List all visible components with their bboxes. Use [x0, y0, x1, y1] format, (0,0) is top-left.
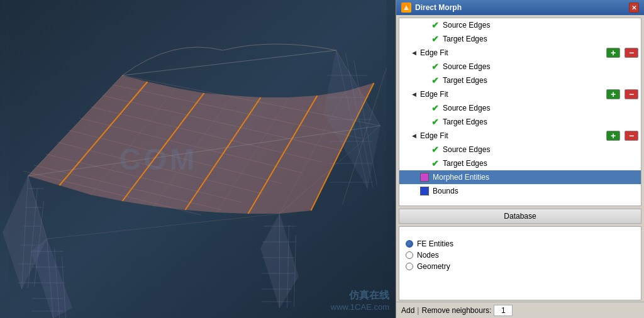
label-tgt4: Target Edges	[443, 159, 487, 168]
check-tgt3: ✔	[430, 117, 440, 127]
radio-nodes-label: Nodes	[417, 251, 439, 260]
tree-row-tgt2[interactable]: ✔ Target Edges	[399, 74, 641, 87]
edge4-remove-button[interactable]: −	[625, 131, 638, 141]
tree-row-morphed[interactable]: Morphed Entities	[399, 170, 641, 184]
edge3-remove-button[interactable]: −	[625, 89, 638, 99]
content-area: FE Entities Nodes Geometry	[399, 226, 641, 300]
title-bar: Direct Morph ✕	[396, 0, 644, 15]
label-bounds: Bounds	[433, 187, 458, 195]
radio-geometry[interactable]: Geometry	[406, 262, 635, 271]
label-tgt1: Target Edges	[443, 35, 487, 43]
radio-fe-label: FE Entities	[417, 239, 453, 248]
tree-row-src2[interactable]: ✔ Source Edges	[399, 60, 641, 74]
check-tgt4: ✔	[430, 158, 440, 168]
label-morphed: Morphed Entities	[433, 173, 489, 182]
radio-fe-circle	[406, 240, 413, 248]
separator: |	[417, 306, 419, 315]
tree-row-bounds[interactable]: Bounds	[399, 184, 641, 198]
bottom-bar: Add | Remove neighbours:	[396, 302, 644, 318]
tree-row-edge2[interactable]: ◀ Edge Fit + −	[399, 46, 641, 60]
label-src4: Source Edges	[443, 145, 490, 154]
dialog-icon	[401, 3, 411, 13]
tree-row-src4[interactable]: ✔ Source Edges	[399, 143, 641, 156]
label-edge4: Edge Fit	[420, 131, 448, 140]
dialog-title: Direct Morph	[415, 3, 462, 12]
tree-arrow-edge2: ◀	[412, 50, 418, 56]
check-tgt2: ✔	[430, 75, 440, 85]
tree-row-tgt3[interactable]: ✔ Target Edges	[399, 115, 641, 129]
edge2-add-button[interactable]: +	[606, 48, 620, 58]
tree-arrow-edge3: ◀	[412, 91, 418, 97]
color-bounds	[420, 187, 429, 195]
edge2-buttons: + −	[604, 48, 638, 58]
label-tgt3: Target Edges	[443, 118, 487, 126]
radio-group: FE Entities Nodes Geometry	[406, 239, 635, 271]
edge4-add-button[interactable]: +	[606, 131, 620, 141]
tree-arrow-edge4: ◀	[412, 133, 418, 139]
label-tgt2: Target Edges	[443, 76, 487, 85]
tree-row-src3[interactable]: ✔ Source Edges	[399, 101, 641, 115]
database-section: Database	[399, 209, 641, 224]
edge3-add-button[interactable]: +	[606, 89, 620, 99]
label-edge2: Edge Fit	[420, 48, 448, 57]
color-morphed	[420, 173, 429, 182]
tree-row-tgt4[interactable]: ✔ Target Edges	[399, 156, 641, 170]
remove-label: Remove neighbours:	[421, 306, 491, 315]
viewport: COM 仿真在线 www.1CAE.com	[0, 0, 396, 318]
main-container: COM 仿真在线 www.1CAE.com Direct Morph ✕	[0, 0, 644, 318]
check-src2: ✔	[430, 62, 440, 72]
check-src3: ✔	[430, 103, 440, 113]
radio-geometry-label: Geometry	[417, 262, 450, 271]
label-src2: Source Edges	[443, 62, 490, 71]
tree-row-src1[interactable]: ✔ Source Edges	[399, 18, 641, 32]
neighbours-input[interactable]	[494, 305, 513, 316]
tree-row-tgt1[interactable]: ✔ Target Edges	[399, 32, 641, 46]
radio-fe-entities[interactable]: FE Entities	[406, 239, 635, 248]
radio-nodes-circle	[406, 251, 413, 259]
check-src4: ✔	[430, 145, 440, 155]
mesh-visualization	[0, 0, 396, 318]
check-tgt1: ✔	[430, 34, 440, 44]
title-bar-left: Direct Morph	[401, 3, 462, 13]
radio-nodes[interactable]: Nodes	[406, 251, 635, 260]
edge3-buttons: + −	[604, 89, 638, 99]
database-button[interactable]: Database	[399, 209, 641, 224]
radio-geometry-circle	[406, 263, 413, 270]
close-button[interactable]: ✕	[629, 3, 639, 13]
label-src3: Source Edges	[443, 104, 490, 112]
add-label: Add	[401, 306, 414, 315]
tree-row-edge3[interactable]: ◀ Edge Fit + −	[399, 87, 641, 101]
dialog-panel: Direct Morph ✕ ✔ Source Edges ✔ Target E…	[396, 0, 644, 318]
tree-row-edge4[interactable]: ◀ Edge Fit + −	[399, 129, 641, 143]
tree-area[interactable]: ✔ Source Edges ✔ Target Edges ◀ Edge Fit…	[399, 18, 641, 206]
edge4-buttons: + −	[604, 131, 638, 141]
label-src1: Source Edges	[443, 21, 490, 30]
label-edge3: Edge Fit	[420, 90, 448, 99]
edge2-remove-button[interactable]: −	[625, 48, 638, 58]
check-src1: ✔	[430, 20, 440, 30]
